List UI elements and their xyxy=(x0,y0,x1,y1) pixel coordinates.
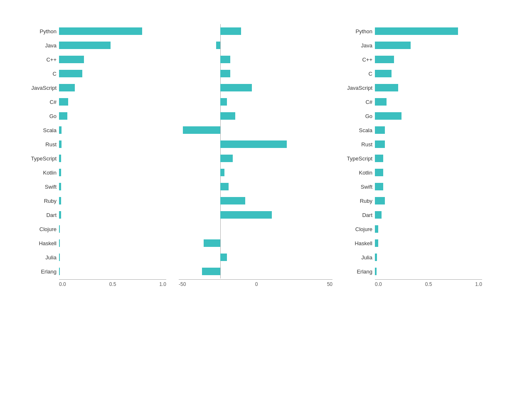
queries-bar-slot xyxy=(375,81,482,95)
growth-bar xyxy=(220,183,229,190)
usage-bar xyxy=(59,169,61,176)
growth-bars-area xyxy=(175,24,332,278)
usage-label-rust: Rust xyxy=(25,137,59,151)
growth-bar-slot xyxy=(179,123,303,137)
growth-label-c# xyxy=(175,95,179,109)
growth-bar xyxy=(220,169,224,176)
usage-label-dart: Dart xyxy=(25,208,59,222)
queries-bar xyxy=(375,42,411,49)
usage-bar-slot xyxy=(59,208,166,222)
growth-bar xyxy=(220,112,235,120)
growth-bars xyxy=(179,24,332,278)
queries-label-swift: Swift xyxy=(341,180,375,194)
usage-label-typescript: TypeScript xyxy=(25,151,59,165)
queries-bar xyxy=(375,126,385,134)
queries-bar xyxy=(375,155,383,162)
usage-label-clojure: Clojure xyxy=(25,222,59,236)
growth-bar xyxy=(220,197,245,204)
growth-label-erlang xyxy=(175,264,179,278)
queries-bar xyxy=(375,27,458,35)
growth-bar-slot xyxy=(179,236,303,250)
queries-bar xyxy=(375,169,383,176)
queries-bar-slot xyxy=(375,165,482,180)
usage-bar xyxy=(59,197,61,204)
usage-bar xyxy=(59,254,60,261)
growth-y-labels xyxy=(175,24,179,278)
queries-bar xyxy=(375,225,378,233)
usage-bar-slot xyxy=(59,123,166,137)
usage-bar-slot xyxy=(59,52,166,66)
growth-bar xyxy=(220,155,233,162)
queries-bar-slot xyxy=(375,123,482,137)
usage-bar xyxy=(59,126,62,134)
growth-bar xyxy=(220,27,241,35)
growth-chart: -50050 xyxy=(175,24,332,287)
queries-label-java: Java xyxy=(341,38,375,52)
queries-bars xyxy=(375,24,482,278)
growth-label-kotlin xyxy=(175,165,179,180)
queries-label-python: Python xyxy=(341,24,375,38)
queries-bar xyxy=(375,140,385,148)
usage-bar xyxy=(59,84,75,91)
growth-bar xyxy=(204,239,220,247)
growth-bar-slot xyxy=(179,165,303,180)
growth-zero-line xyxy=(220,264,221,278)
growth-bar xyxy=(220,70,230,77)
queries-bar-slot xyxy=(375,109,482,123)
usage-bar xyxy=(59,56,84,63)
queries-label-javascript: JavaScript xyxy=(341,81,375,95)
queries-label-erlang: Erlang xyxy=(341,264,375,278)
queries-x-tick: 1.0 xyxy=(475,281,482,287)
usage-bar-slot xyxy=(59,264,166,278)
growth-bar xyxy=(220,211,272,219)
growth-bar-slot xyxy=(179,52,303,66)
usage-bar xyxy=(59,155,61,162)
queries-bar-slot xyxy=(375,66,482,81)
usage-bar xyxy=(59,239,60,247)
growth-label-clojure xyxy=(175,222,179,236)
queries-bar-slot xyxy=(375,250,482,264)
usage-x-ticks: 0.00.51.0 xyxy=(59,281,166,287)
growth-label-typescript xyxy=(175,151,179,165)
usage-bar-slot xyxy=(59,165,166,180)
queries-bar-slot xyxy=(375,52,482,66)
queries-bar-slot xyxy=(375,208,482,222)
usage-chart: PythonJavaC++CJavaScriptC#GoScalaRustTyp… xyxy=(25,24,166,287)
queries-bar-slot xyxy=(375,194,482,208)
growth-bar-slot xyxy=(179,109,303,123)
usage-bar-slot xyxy=(59,109,166,123)
growth-bar xyxy=(220,56,230,63)
usage-label-c++: C++ xyxy=(25,52,59,66)
usage-bars-area: PythonJavaC++CJavaScriptC#GoScalaRustTyp… xyxy=(25,24,166,278)
growth-label-go xyxy=(175,109,179,123)
usage-bar-slot xyxy=(59,38,166,52)
growth-zero-line xyxy=(220,123,221,137)
usage-bar-slot xyxy=(59,66,166,81)
usage-bar xyxy=(59,27,142,35)
usage-bar xyxy=(59,42,111,49)
usage-bar xyxy=(59,70,82,77)
queries-label-haskell: Haskell xyxy=(341,236,375,250)
usage-bar-slot xyxy=(59,180,166,194)
growth-bar-slot xyxy=(179,95,303,109)
usage-bar xyxy=(59,225,60,233)
growth-bar xyxy=(202,268,220,275)
queries-bar xyxy=(375,84,398,91)
growth-bar-slot xyxy=(179,24,303,38)
growth-bar-slot xyxy=(179,38,303,52)
usage-label-go: Go xyxy=(25,109,59,123)
growth-bar-slot xyxy=(179,208,303,222)
growth-bar-slot xyxy=(179,151,303,165)
queries-label-typescript: TypeScript xyxy=(341,151,375,165)
queries-bar-slot xyxy=(375,180,482,194)
queries-bar xyxy=(375,98,387,106)
growth-bar xyxy=(220,98,227,106)
usage-label-ruby: Ruby xyxy=(25,194,59,208)
usage-y-labels: PythonJavaC++CJavaScriptC#GoScalaRustTyp… xyxy=(25,24,59,278)
usage-x-axis-line xyxy=(59,279,166,280)
queries-bar-slot xyxy=(375,151,482,165)
usage-x-tick: 0.0 xyxy=(59,281,66,287)
usage-label-javascript: JavaScript xyxy=(25,81,59,95)
usage-bar xyxy=(59,140,62,148)
queries-bar-slot xyxy=(375,222,482,236)
